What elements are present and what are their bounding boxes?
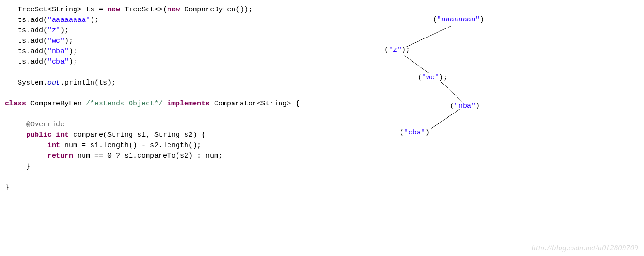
code-line-6: ts.add("cba");: [5, 58, 77, 66]
svg-line-1: [404, 56, 429, 74]
code-line-3: ts.add("z");: [5, 27, 69, 35]
svg-line-3: [431, 109, 460, 129]
code-line-9: @Override: [5, 121, 65, 129]
code-line-5: ts.add("nba");: [5, 47, 77, 56]
tree-diagram: ("aaaaaaaa") ("z"); ("wc"); ("nba") ("cb…: [380, 12, 569, 154]
code-line-14: }: [5, 183, 9, 191]
code-line-1: TreeSet<String> ts = new TreeSet<>(new C…: [5, 6, 252, 14]
content-container: TreeSet<String> ts = new TreeSet<>(new C…: [0, 0, 644, 193]
watermark-text: http://blog.csdn.net/u012809709: [532, 244, 638, 252]
tree-node-z: ("z");: [384, 46, 410, 54]
code-line-7: System.out.println(ts);: [5, 79, 116, 87]
tree-node-nba: ("nba"): [450, 102, 480, 110]
code-line-2: ts.add("aaaaaaaa");: [5, 16, 99, 24]
svg-line-2: [441, 82, 463, 102]
tree-node-cba: ("cba"): [400, 129, 429, 137]
code-line-11: int num = s1.length() - s2.length();: [5, 142, 201, 150]
svg-line-0: [406, 26, 451, 47]
tree-node-aaaaaaaa: ("aaaaaaaa"): [433, 16, 484, 24]
java-code-block: TreeSet<String> ts = new TreeSet<>(new C…: [0, 0, 346, 193]
code-line-10: public int compare(String s1, String s2)…: [5, 131, 205, 139]
code-line-4: ts.add("wc");: [5, 37, 73, 45]
code-line-12: return num == 0 ? s1.compareTo(s2) : num…: [5, 152, 223, 160]
tree-node-wc: ("wc");: [418, 74, 448, 82]
code-line-8: class CompareByLen /*extends Object*/ im…: [5, 100, 299, 108]
code-line-13: }: [5, 162, 30, 171]
